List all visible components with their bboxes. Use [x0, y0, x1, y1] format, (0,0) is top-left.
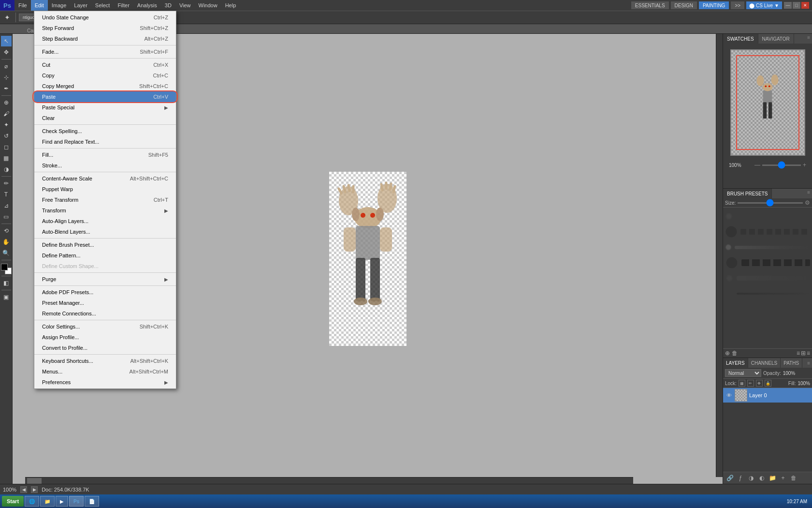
brush-preset-1[interactable]	[725, 209, 810, 223]
menu-copy-merged[interactable]: Copy Merged Shift+Ctrl+C	[34, 81, 176, 91]
color-swatches[interactable]	[1, 264, 12, 274]
tool-dodge[interactable]: ◑	[1, 164, 12, 175]
menu-puppet-warp[interactable]: Puppet Warp	[34, 184, 176, 194]
tool-move[interactable]: ✥	[1, 47, 12, 58]
taskbar-explorer[interactable]: 📁	[40, 496, 55, 507]
layer-style-btn[interactable]: ƒ	[736, 473, 745, 483]
brush-preset-2[interactable]	[725, 225, 810, 239]
menu-window[interactable]: Window	[195, 0, 221, 11]
tab-brush-presets[interactable]: BRUSH PRESETS	[723, 189, 772, 198]
menu-color-settings[interactable]: Color Settings... Shift+Ctrl+K	[34, 321, 176, 332]
menu-clear[interactable]: Clear	[34, 113, 176, 123]
tool-mask-mode[interactable]: ◧	[1, 278, 12, 288]
menu-free-transform[interactable]: Free Transform Ctrl+T	[34, 194, 176, 205]
menu-copy[interactable]: Copy Ctrl+C	[34, 70, 176, 81]
maximize-button[interactable]: □	[793, 2, 800, 9]
brush-new-btn[interactable]: ⊕	[725, 350, 730, 357]
menu-define-brush[interactable]: Define Brush Preset...	[34, 239, 176, 250]
nav-zoom-plus[interactable]: +	[803, 162, 806, 168]
tool-selection[interactable]: ↖	[1, 36, 12, 46]
menu-keyboard-shortcuts[interactable]: Keyboard Shortcuts... Alt+Shift+Ctrl+K	[34, 356, 176, 366]
tool-zoom[interactable]: 🔍	[1, 248, 12, 258]
minimize-button[interactable]: —	[784, 2, 792, 9]
menu-auto-align[interactable]: Auto-Align Layers...	[34, 216, 176, 226]
brush-preset-6[interactable]	[725, 287, 810, 300]
layer-new-btn[interactable]: +	[778, 473, 788, 483]
tool-stamp[interactable]: ✦	[1, 120, 12, 130]
brush-options[interactable]: ≡	[807, 350, 810, 357]
menu-3d[interactable]: 3D	[161, 0, 175, 11]
menu-filter[interactable]: Filter	[114, 0, 133, 11]
brush-size-slider[interactable]	[738, 202, 803, 204]
menu-find-replace[interactable]: Find and Replace Text...	[34, 136, 176, 147]
taskbar-doc[interactable]: 📄	[85, 496, 99, 507]
start-button[interactable]: Start	[2, 496, 24, 507]
menu-step-backward[interactable]: Step Backward Alt+Ctrl+Z	[34, 33, 176, 44]
brush-view-list[interactable]: ≡	[797, 350, 800, 357]
cs-live-button[interactable]: ⬤ CS Live ▼	[746, 1, 782, 9]
tab-swatches[interactable]: SWATCHES	[723, 34, 758, 44]
tool-crop[interactable]: ⊹	[1, 72, 12, 83]
menu-file[interactable]: File	[14, 0, 31, 11]
brush-panel-arrow[interactable]: ≡	[805, 189, 812, 198]
vertical-scrollbar[interactable]	[716, 34, 723, 477]
panel-options-arrow[interactable]: ≡	[805, 34, 812, 44]
menu-check-spelling[interactable]: Check Spelling...	[34, 126, 176, 136]
tool-lasso[interactable]: ⌀	[1, 61, 12, 72]
taskbar-ie[interactable]: 🌐	[25, 496, 39, 507]
tool-hand[interactable]: ✋	[1, 237, 12, 247]
brush-preset-4[interactable]	[725, 256, 810, 269]
menu-remote-connections[interactable]: Remote Connections...	[34, 308, 176, 319]
tool-3d-rotate[interactable]: ⟲	[1, 225, 12, 236]
tool-brush[interactable]: 🖌	[1, 108, 12, 119]
tab-navigator[interactable]: NAVIGATOR	[758, 34, 794, 44]
lock-all-btn[interactable]: 🔒	[765, 380, 771, 387]
tool-screen-mode[interactable]: ▣	[1, 292, 12, 302]
menu-layer[interactable]: Layer	[70, 0, 91, 11]
tool-gradient[interactable]: ▦	[1, 153, 12, 164]
menu-paste[interactable]: Paste Ctrl+V	[34, 91, 176, 102]
nav-zoom-minus[interactable]: —	[754, 162, 760, 168]
layer-group-btn[interactable]: 📁	[768, 473, 777, 483]
menu-view[interactable]: View	[175, 0, 195, 11]
menu-paste-special[interactable]: Paste Special ▶	[34, 102, 176, 113]
menu-fill[interactable]: Fill... Shift+F5	[34, 149, 176, 160]
scroll-left-arrow[interactable]	[27, 478, 42, 484]
menu-content-aware-scale[interactable]: Content-Aware Scale Alt+Shift+Ctrl+C	[34, 173, 176, 184]
layer-delete-btn[interactable]: 🗑	[789, 473, 798, 483]
close-button[interactable]: ✕	[801, 2, 809, 9]
menu-analysis[interactable]: Analysis	[133, 0, 161, 11]
menu-auto-blend[interactable]: Auto-Blend Layers...	[34, 226, 176, 237]
tab-layers[interactable]: LAYERS	[723, 358, 748, 368]
menu-help[interactable]: Help	[221, 0, 240, 11]
brush-panel-settings[interactable]: ⚙	[805, 199, 810, 206]
menu-fade[interactable]: Fade... Shift+Ctrl+F	[34, 46, 176, 57]
tab-paths[interactable]: PATHS	[781, 358, 802, 368]
layer-mask-btn[interactable]: ◑	[746, 473, 756, 483]
brush-delete-btn[interactable]: 🗑	[732, 350, 738, 357]
tool-path[interactable]: ⊿	[1, 200, 12, 211]
menu-define-custom-shape[interactable]: Define Custom Shape...	[34, 261, 176, 271]
tool-eraser[interactable]: ◻	[1, 142, 12, 152]
menu-step-forward[interactable]: Step Forward Shift+Ctrl+Z	[34, 23, 176, 33]
brush-preset-5[interactable]	[725, 271, 810, 285]
nav-zoom-slider[interactable]	[762, 164, 801, 166]
menu-purge[interactable]: Purge ▶	[34, 274, 176, 284]
brush-preset-3[interactable]	[725, 240, 810, 254]
lock-transparent-btn[interactable]: ▦	[739, 380, 745, 387]
workspace-painting[interactable]: PAINTING	[699, 1, 729, 9]
brush-view-grid[interactable]: ⊞	[801, 350, 806, 357]
status-nav-prev[interactable]: ◀	[20, 486, 27, 493]
status-nav-next[interactable]: ▶	[31, 486, 38, 493]
tool-pen[interactable]: ✏	[1, 178, 12, 189]
menu-select[interactable]: Select	[91, 0, 114, 11]
menu-preferences[interactable]: Preferences ▶	[34, 377, 176, 388]
workspace-essentials[interactable]: ESSENTIALS	[631, 1, 669, 9]
menu-edit[interactable]: Edit	[31, 0, 48, 11]
menu-undo[interactable]: Undo State Change Ctrl+Z	[34, 12, 176, 23]
menu-define-pattern[interactable]: Define Pattern...	[34, 250, 176, 261]
menu-image[interactable]: Image	[48, 0, 71, 11]
layers-panel-options[interactable]: ≡	[805, 360, 812, 366]
workspace-design[interactable]: DESIGN	[671, 1, 697, 9]
menu-pdf-presets[interactable]: Adobe PDF Presets...	[34, 287, 176, 298]
